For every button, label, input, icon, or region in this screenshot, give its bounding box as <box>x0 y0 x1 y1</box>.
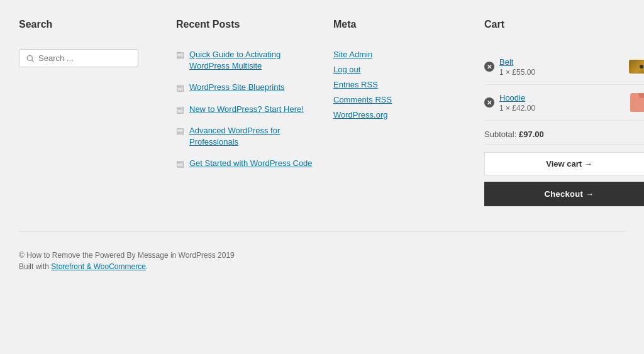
list-item: ▤ Quick Guide to Activating WordPress Mu… <box>176 49 321 72</box>
cart-title: Cart <box>484 19 644 36</box>
search-input[interactable] <box>38 53 131 63</box>
subtotal-amount: £97.00 <box>519 130 544 139</box>
list-item: ▤ New to WordPress? Start Here! <box>176 104 321 115</box>
recent-posts-title: Recent Posts <box>176 19 321 36</box>
search-title: Search <box>19 19 164 36</box>
cart-buttons: View cart → Checkout → <box>484 152 644 206</box>
cart-widget: Cart ✕ Belt 1 × £55.00 ✕ Hoodie 1 × £42.… <box>484 19 644 206</box>
meta-link-entries-rss[interactable]: Entries RSS <box>333 80 378 89</box>
list-item: ▤ WordPress Site Blueprints <box>176 82 321 93</box>
recent-posts-widget: Recent Posts ▤ Quick Guide to Activating… <box>176 19 321 206</box>
footer-built-with-prefix: Built with <box>19 262 51 271</box>
meta-widget: Meta Site Admin Log out Entries RSS Comm… <box>333 19 472 206</box>
post-link-3[interactable]: New to WordPress? Start Here! <box>189 104 304 115</box>
search-icon <box>26 54 35 63</box>
post-link-1[interactable]: Quick Guide to Activating WordPress Mult… <box>189 49 321 72</box>
cart-item-img-hoodie <box>630 93 644 112</box>
meta-link-site-admin[interactable]: Site Admin <box>333 50 372 59</box>
meta-title: Meta <box>333 19 472 36</box>
list-item: Comments RSS <box>333 94 472 104</box>
cart-item-name-hoodie[interactable]: Hoodie <box>499 93 525 102</box>
cart-item-name-belt[interactable]: Belt <box>499 57 513 67</box>
footer-copyright: © How to Remove the Powered By Message i… <box>19 251 625 260</box>
meta-link-logout[interactable]: Log out <box>333 65 360 74</box>
cart-item-img-belt <box>629 60 644 74</box>
cart-remove-belt[interactable]: ✕ <box>484 62 494 72</box>
list-item: Site Admin <box>333 49 472 59</box>
cart-subtotal: Subtotal: £97.00 <box>484 121 644 145</box>
svg-point-0 <box>27 55 32 60</box>
list-item: Log out <box>333 64 472 74</box>
footer: © How to Remove the Powered By Message i… <box>19 232 625 286</box>
meta-link-wordpress-org[interactable]: WordPress.org <box>333 110 387 119</box>
checkout-button[interactable]: Checkout → <box>484 182 644 206</box>
post-link-2[interactable]: WordPress Site Blueprints <box>189 82 285 93</box>
search-widget: Search <box>19 19 164 206</box>
list-item: ▤ Get Started with WordPress Code <box>176 158 321 169</box>
list-item: WordPress.org <box>333 109 472 119</box>
cart-item-hoodie: ✕ Hoodie 1 × £42.00 <box>484 85 644 121</box>
post-icon: ▤ <box>176 104 184 114</box>
post-icon: ▤ <box>176 82 184 92</box>
post-icon: ▤ <box>176 126 184 136</box>
list-item: ▤ Advanced WordPress for Professionals <box>176 125 321 148</box>
footer-storefront-link[interactable]: Storefront & WooCommerce <box>51 262 146 271</box>
list-item: Entries RSS <box>333 79 472 89</box>
cart-item-qty-belt: 1 × £55.00 <box>499 68 624 77</box>
view-cart-button[interactable]: View cart → <box>484 152 644 175</box>
footer-built-with-suffix: . <box>146 262 148 271</box>
cart-item-qty-hoodie: 1 × £42.00 <box>499 104 625 113</box>
recent-posts-list: ▤ Quick Guide to Activating WordPress Mu… <box>176 49 321 169</box>
post-link-4[interactable]: Advanced WordPress for Professionals <box>189 125 321 148</box>
meta-list: Site Admin Log out Entries RSS Comments … <box>333 49 472 119</box>
footer-built-with: Built with Storefront & WooCommerce. <box>19 262 625 271</box>
meta-link-comments-rss[interactable]: Comments RSS <box>333 95 392 104</box>
svg-line-1 <box>32 60 33 61</box>
post-link-5[interactable]: Get Started with WordPress Code <box>189 158 313 169</box>
cart-item-info-belt: Belt 1 × £55.00 <box>499 57 624 77</box>
search-box[interactable] <box>19 49 138 67</box>
cart-item-belt: ✕ Belt 1 × £55.00 <box>484 49 644 85</box>
cart-item-info-hoodie: Hoodie 1 × £42.00 <box>499 92 625 113</box>
main-content: Search Recent Posts ▤ Quick Guide to Act… <box>19 0 625 232</box>
post-icon: ▤ <box>176 50 184 60</box>
cart-remove-hoodie[interactable]: ✕ <box>484 97 494 108</box>
post-icon: ▤ <box>176 158 184 169</box>
subtotal-label: Subtotal: <box>484 130 516 139</box>
page-wrapper: Search Recent Posts ▤ Quick Guide to Act… <box>0 0 644 286</box>
